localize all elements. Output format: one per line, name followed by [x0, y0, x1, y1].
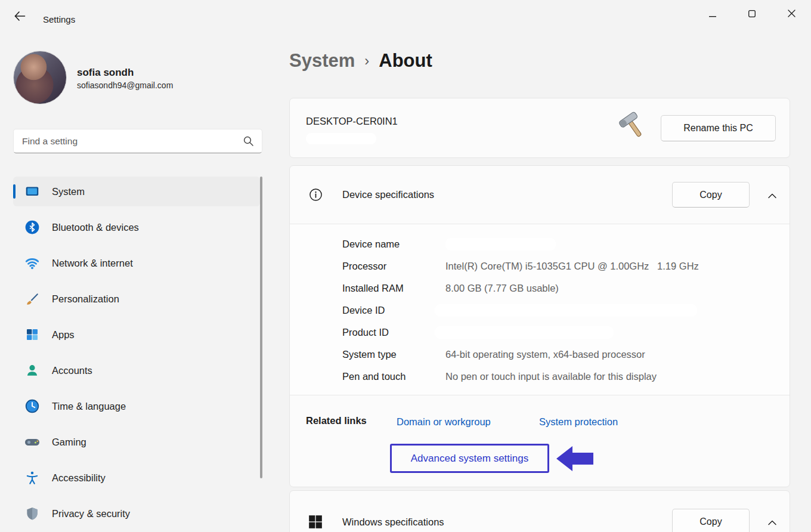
breadcrumb-system[interactable]: System — [289, 50, 355, 72]
breadcrumb-chevron-icon: › — [364, 52, 369, 69]
sidebar-item-label: Apps — [52, 329, 75, 341]
spec-label: Pen and touch — [342, 371, 445, 382]
copy-windows-specs-button[interactable]: Copy — [672, 509, 750, 532]
spec-label: Device ID — [342, 305, 445, 316]
device-specifications-card: Device specifications Copy Device name P… — [289, 165, 790, 487]
sidebar-item-label: System — [52, 186, 85, 197]
chevron-up-icon[interactable] — [766, 518, 779, 527]
paintbrush-icon — [24, 291, 41, 307]
window-controls — [693, 0, 811, 29]
avatar — [13, 51, 67, 104]
person-icon — [24, 363, 41, 378]
game-controller-icon — [24, 434, 41, 450]
sidebar-item-gaming[interactable]: Gaming — [13, 427, 260, 457]
sidebar-item-label: Network & internet — [52, 258, 133, 269]
sidebar-item-label: Gaming — [52, 437, 86, 448]
device-specifications-body: Device name Processor Intel(R) Core(TM) … — [290, 224, 790, 395]
page-title: About — [379, 50, 432, 72]
apps-grid-icon — [24, 327, 41, 342]
advanced-system-settings-link[interactable]: Advanced system settings — [411, 453, 528, 465]
spec-row: Installed RAM 8.00 GB (7.77 GB usable) — [290, 277, 790, 299]
section-title: Windows specifications — [342, 516, 444, 528]
sidebar-item-time-language[interactable]: Time & language — [13, 391, 260, 421]
search-icon — [243, 136, 253, 146]
redacted-text-blob — [306, 133, 376, 144]
shield-icon — [24, 506, 41, 521]
minimize-button[interactable] — [693, 0, 732, 29]
sidebar-nav: System Bluetooth & devices Network & int… — [13, 177, 260, 532]
copy-device-specs-button[interactable]: Copy — [672, 182, 750, 208]
user-name: sofia sondh — [77, 65, 173, 81]
sidebar-item-network-internet[interactable]: Network & internet — [13, 248, 260, 278]
info-icon — [308, 187, 323, 202]
redacted-device-name — [445, 238, 556, 250]
spec-row: System type 64-bit operating system, x64… — [290, 344, 790, 366]
titlebar: Settings — [0, 0, 811, 33]
windows-logo-icon — [308, 514, 323, 530]
spec-value: Intel(R) Core(TM) i5-1035G1 CPU @ 1.00GH… — [445, 261, 699, 272]
sidebar-item-accessibility[interactable]: Accessibility — [13, 463, 260, 493]
spec-label: System type — [342, 349, 445, 360]
related-links-label: Related links — [306, 415, 367, 426]
device-name: DESKTOP-CER0IN1 — [306, 116, 398, 127]
search-input[interactable] — [14, 136, 243, 147]
sidebar-item-label: Personalization — [52, 293, 119, 305]
device-specifications-header[interactable]: Device specifications Copy — [290, 166, 790, 224]
sidebar-item-system[interactable]: System — [13, 177, 260, 206]
spec-value: 64-bit operating system, x64-based proce… — [445, 349, 645, 360]
spec-row: Product ID — [290, 321, 790, 344]
account-text: sofia sondh sofiasondh94@gmail.com — [77, 65, 173, 90]
spec-label: Processor — [342, 261, 445, 272]
spec-row: Processor Intel(R) Core(TM) i5-1035G1 CP… — [290, 255, 790, 277]
spec-label: Installed RAM — [342, 283, 445, 294]
spec-value: No pen or touch input is available for t… — [445, 371, 657, 382]
maximize-button[interactable] — [732, 0, 772, 29]
accessibility-person-icon — [24, 470, 41, 485]
spec-value: 8.00 GB (7.77 GB usable) — [445, 283, 559, 294]
close-button[interactable] — [772, 0, 811, 29]
close-icon — [788, 9, 795, 20]
window-title: Settings — [43, 14, 75, 24]
sidebar-item-personalization[interactable]: Personalization — [13, 284, 260, 314]
sidebar-item-bluetooth-devices[interactable]: Bluetooth & devices — [13, 212, 260, 242]
sidebar-item-label: Privacy & security — [52, 508, 130, 519]
system-protection-link[interactable]: System protection — [539, 416, 618, 428]
sidebar-scrollbar[interactable] — [260, 177, 262, 478]
minimize-icon — [709, 9, 716, 20]
hammer-image — [617, 110, 650, 145]
windows-specifications-card: Windows specifications Copy — [289, 490, 790, 532]
back-arrow-icon — [14, 11, 26, 23]
selected-accent-bar — [13, 184, 16, 199]
wifi-icon — [24, 255, 41, 271]
account-header[interactable]: sofia sondh sofiasondh94@gmail.com — [13, 51, 173, 104]
search-box[interactable] — [13, 129, 262, 153]
sidebar-item-label: Bluetooth & devices — [52, 222, 139, 233]
sidebar: sofia sondh sofiasondh94@gmail.com Syste… — [0, 33, 276, 532]
back-button[interactable] — [8, 8, 31, 26]
sidebar-item-privacy-security[interactable]: Privacy & security — [13, 499, 260, 528]
rename-pc-button[interactable]: Rename this PC — [661, 115, 776, 141]
spec-row: Device name — [290, 233, 790, 255]
spec-row: Pen and touch No pen or touch input is a… — [290, 366, 790, 388]
related-links-section: Related links Domain or workgroup System… — [290, 395, 790, 487]
domain-or-workgroup-link[interactable]: Domain or workgroup — [397, 416, 491, 428]
redacted-product-id — [435, 326, 614, 339]
spec-row: Device ID — [290, 299, 790, 321]
annotation-left-arrow — [556, 445, 593, 472]
maximize-icon — [748, 9, 756, 20]
sidebar-item-label: Time & language — [52, 401, 126, 412]
settings-window: Settings sofia sondh — [0, 0, 811, 532]
main-content: System › About DESKTOP-CER0IN1 Rename th… — [289, 33, 790, 532]
clock-icon — [24, 398, 41, 414]
device-name-card: DESKTOP-CER0IN1 Rename this PC — [289, 98, 790, 158]
annotation-highlight-box: Advanced system settings — [390, 444, 549, 473]
section-title: Device specifications — [342, 189, 434, 200]
spec-label: Product ID — [342, 327, 445, 338]
user-email: sofiasondh94@gmail.com — [77, 81, 173, 90]
sidebar-item-label: Accessibility — [52, 472, 106, 484]
spec-label: Device name — [342, 239, 445, 250]
bluetooth-icon — [24, 219, 41, 235]
chevron-up-icon[interactable] — [766, 191, 779, 200]
sidebar-item-apps[interactable]: Apps — [13, 320, 260, 349]
sidebar-item-accounts[interactable]: Accounts — [13, 355, 260, 385]
